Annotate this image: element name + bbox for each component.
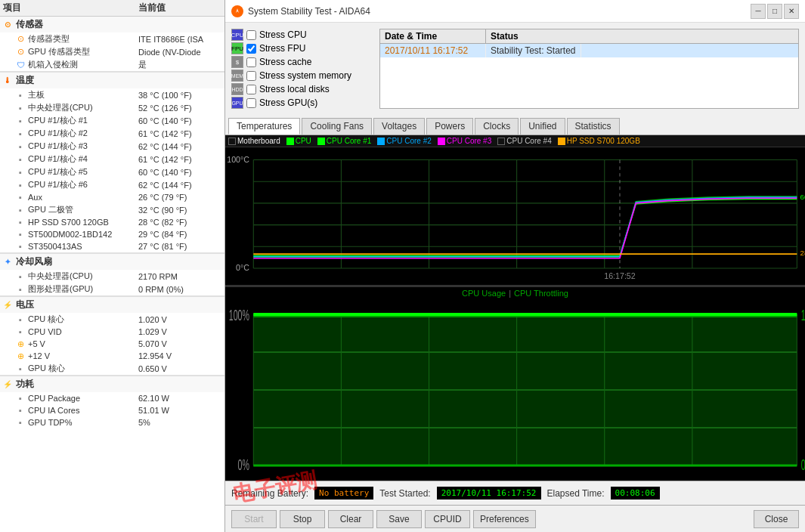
svg-text:100%: 100% xyxy=(801,306,805,323)
list-item: ▪ CPU Package 62.10 W xyxy=(0,392,224,404)
item-name: CPU 核心 xyxy=(28,314,138,325)
item-name: 机箱入侵检测 xyxy=(28,59,138,70)
legend-ssd-label: HP SSD S700 120GB xyxy=(567,137,640,145)
cpu-chart-title-bar: CPU Usage | CPU Throttling xyxy=(225,287,805,299)
list-item: ▪ ST500DM002-1BD142 29 °C (84 °F) xyxy=(0,228,224,240)
log-status-cell: Stability Test: Started xyxy=(486,44,581,57)
stress-cpu-checkbox[interactable] xyxy=(246,30,256,40)
legend-core4-checkbox xyxy=(497,138,505,145)
battery-value: No battery xyxy=(314,487,373,500)
stress-memory-checkbox[interactable] xyxy=(246,71,256,81)
memory-stress-icon: MEM xyxy=(231,70,243,82)
maximize-button[interactable]: □ xyxy=(767,4,782,19)
close-window-button[interactable]: ✕ xyxy=(784,4,799,19)
close-button[interactable]: Close xyxy=(754,510,799,528)
svg-text:0%: 0% xyxy=(238,456,249,472)
item-icon: ▪ xyxy=(15,241,26,252)
tab-unified[interactable]: Unified xyxy=(520,118,565,135)
legend-motherboard-checkbox xyxy=(228,138,236,145)
preferences-button[interactable]: Preferences xyxy=(473,510,536,528)
section-sensors[interactable]: ⊙ 传感器 xyxy=(0,17,224,32)
tab-cooling-fans[interactable]: Cooling Fans xyxy=(302,118,372,135)
tree-content[interactable]: ⊙ 传感器 ⊙ 传感器类型 ITE IT8686E (ISA ⊙ GPU 传感器… xyxy=(0,17,224,532)
start-button[interactable]: Start xyxy=(231,510,277,528)
charts-area: Motherboard CPU CPU Core #1 CPU Core #2 … xyxy=(225,135,805,481)
item-icon: ▪ xyxy=(15,217,26,227)
cpu-usage-title: CPU Usage xyxy=(462,289,506,298)
window-controls: ─ □ ✕ xyxy=(751,4,799,19)
save-button[interactable]: Save xyxy=(376,510,422,528)
stress-fpu-item: FPU Stress FPU xyxy=(231,42,367,54)
sensor-section-icon: ⊙ xyxy=(2,19,14,31)
clear-button[interactable]: Clear xyxy=(328,510,373,528)
item-name: Aux xyxy=(28,193,138,202)
item-value: 26 °C (79 °F) xyxy=(138,193,221,202)
list-item: ⊙ GPU 传感器类型 Diode (NV-Diode xyxy=(0,45,224,58)
item-icon: ▪ xyxy=(15,205,26,215)
section-temperature[interactable]: 🌡 温度 xyxy=(0,73,224,88)
stress-disk-checkbox[interactable] xyxy=(246,85,256,94)
section-sensors-label: 传感器 xyxy=(16,18,43,31)
disk-stress-icon: HDD xyxy=(231,83,243,95)
item-icon: ▪ xyxy=(15,393,26,404)
list-item: ▪ CPU #1/核心 #1 60 °C (140 °F) xyxy=(0,114,224,127)
tab-temperatures[interactable]: Temperatures xyxy=(228,118,300,135)
tab-powers[interactable]: Powers xyxy=(426,118,473,135)
item-icon: ▪ xyxy=(15,229,26,240)
item-value: 52 °C (126 °F) xyxy=(138,104,221,113)
svg-text:100°C: 100°C xyxy=(227,155,249,164)
list-item: ▪ CPU #1/核心 #5 60 °C (140 °F) xyxy=(0,165,224,178)
item-value: 61 °C (142 °F) xyxy=(138,155,221,164)
item-value: 60 °C (140 °F) xyxy=(138,116,221,125)
log-table-header: Date & Time Status xyxy=(380,29,798,44)
tab-voltages[interactable]: Voltages xyxy=(373,118,425,135)
list-item: ▪ CPU #1/核心 #4 61 °C (142 °F) xyxy=(0,153,224,165)
tabs-bar: Temperatures Cooling Fans Voltages Power… xyxy=(225,115,805,135)
item-icon: ▪ xyxy=(15,314,26,325)
item-name: GPU 传感器类型 xyxy=(28,46,138,57)
item-name: 图形处理器(GPU) xyxy=(28,283,138,295)
item-icon: ⊙ xyxy=(15,47,26,57)
elapsed-value: 00:08:06 xyxy=(611,487,660,500)
item-icon: ▪ xyxy=(15,326,26,337)
stress-gpu-checkbox[interactable] xyxy=(246,98,256,108)
item-name: CPU #1/核心 #6 xyxy=(28,179,138,190)
stress-cache-checkbox[interactable] xyxy=(246,57,256,67)
item-name: CPU #1/核心 #3 xyxy=(28,141,138,152)
cache-stress-icon: $ xyxy=(231,56,243,68)
stress-fpu-checkbox[interactable] xyxy=(246,44,256,54)
legend-core1: CPU Core #1 xyxy=(317,137,371,145)
tab-clocks[interactable]: Clocks xyxy=(475,118,519,135)
legend-core4: CPU Core #4 xyxy=(497,137,551,145)
log-table-area: Date & Time Status 2017/10/11 16:17:52 S… xyxy=(379,29,799,109)
svg-text:60: 60 xyxy=(800,193,805,201)
item-value: 12.954 V xyxy=(138,351,221,360)
section-voltage[interactable]: ⚡ 电压 xyxy=(0,297,224,313)
item-icon: ▪ xyxy=(15,128,26,139)
item-value: ITE IT8686E (ISA xyxy=(138,35,221,44)
item-icon: ▪ xyxy=(15,405,26,416)
item-value: 27 °C (81 °F) xyxy=(138,242,221,251)
stress-disk-item: HDD Stress local disks xyxy=(231,83,367,95)
stress-cache-label: Stress cache xyxy=(259,57,311,67)
gpu-stress-icon: GPU xyxy=(231,97,243,109)
item-icon: ⊕ xyxy=(15,339,26,349)
cpu-chart-svg: 100% 0% 100% 0% xyxy=(225,299,805,481)
svg-text:100%: 100% xyxy=(229,306,249,323)
section-cooling-fans[interactable]: ✦ 冷却风扇 xyxy=(0,254,224,270)
item-icon: ▪ xyxy=(15,103,26,113)
cpuid-button[interactable]: CPUID xyxy=(425,510,470,528)
main-window: 电子评测 System Stability Test - AIDA64 ─ □ … xyxy=(225,0,805,532)
item-value: 28 °C (82 °F) xyxy=(138,218,221,227)
item-name: 中央处理器(CPU) xyxy=(28,271,138,282)
legend-core2: CPU Core #2 xyxy=(377,137,431,145)
item-name: CPU #1/核心 #5 xyxy=(28,166,138,178)
stop-button[interactable]: Stop xyxy=(280,510,325,528)
section-power[interactable]: ⚡ 功耗 xyxy=(0,376,224,392)
item-name: CPU #1/核心 #2 xyxy=(28,128,138,139)
item-value: 51.01 W xyxy=(138,406,221,415)
minimize-button[interactable]: ─ xyxy=(751,4,766,19)
section-power-label: 功耗 xyxy=(16,378,34,391)
item-value: 29 °C (84 °F) xyxy=(138,230,221,239)
tab-statistics[interactable]: Statistics xyxy=(567,118,620,135)
